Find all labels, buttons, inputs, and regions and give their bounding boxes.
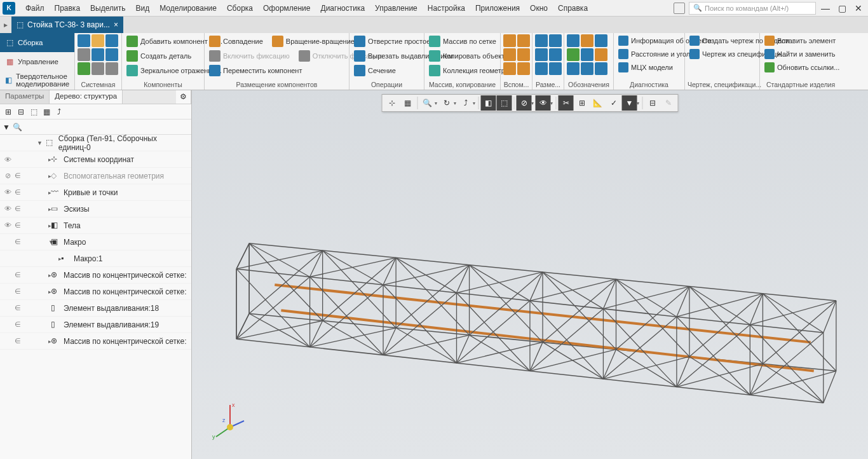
tree-item-macro[interactable]: ∈▼▣Макро (0, 234, 191, 250)
aux-icon[interactable] (503, 34, 516, 47)
move-component-button[interactable]: Переместить компонент (207, 64, 304, 78)
axis-gizmo[interactable]: x y z (211, 402, 249, 440)
note-icon[interactable] (581, 48, 593, 61)
menu-edit[interactable]: Правка (50, 2, 86, 15)
grid-array-button[interactable]: Массив по сетке (427, 34, 498, 48)
shade-icon[interactable]: ◧ (481, 95, 496, 111)
note-icon[interactable] (595, 48, 607, 61)
tree-item-macro1[interactable]: ▸▪Макро:1 (0, 250, 191, 267)
visibility-off-icon[interactable]: ⊘ (3, 172, 13, 180)
insert-element-button[interactable]: Вставить элемент (763, 34, 837, 47)
dim-icon[interactable] (535, 62, 548, 75)
note-icon[interactable] (581, 34, 593, 47)
find-replace-button[interactable]: Найти и заменить (763, 48, 837, 60)
zoom-fit-icon[interactable]: 🔍 (420, 95, 435, 111)
close-button[interactable]: ✕ (851, 1, 865, 15)
aux-icon[interactable] (517, 48, 530, 61)
view-grid-icon[interactable]: ▦ (400, 95, 416, 111)
3d-viewport[interactable]: ⊹ ▦ 🔍▾ ↻▾ ⤴▾ ◧ ⬚ ⊘▾ 👁▾ ✂ ⊞ 📐 ✓ ▼▾ ⊟ ✎ (192, 90, 868, 459)
tree-item-curves[interactable]: 👁∈▸〰Кривые и точки (0, 184, 191, 201)
new-icon[interactable] (78, 34, 90, 47)
panel-tab-params[interactable]: Параметры (0, 90, 50, 104)
dim-icon[interactable] (549, 48, 562, 61)
tree-view3-icon[interactable]: ⬚ (28, 106, 39, 118)
tree-search-input[interactable] (25, 123, 189, 131)
tree-view-icon[interactable]: ⊞ (3, 106, 14, 118)
print-icon[interactable] (78, 48, 90, 61)
measure-icon[interactable]: 📐 (590, 95, 606, 111)
tree-item-cs[interactable]: 👁▸⊹Системы координат (0, 151, 191, 168)
tree-grid-icon[interactable]: ▦ (41, 106, 52, 118)
orient-icon[interactable]: ↻ (439, 95, 454, 111)
distance-button[interactable]: Расстояние и угол (616, 48, 692, 60)
panel-tab-tree[interactable]: Дерево: структура (50, 90, 123, 104)
tab-close-icon[interactable]: × (114, 20, 118, 29)
coincide-button[interactable]: Совпадение (207, 34, 265, 48)
redo-icon[interactable] (105, 48, 118, 61)
document-tab[interactable]: ⬚ Стойка ТС-38- 3 вари... × (11, 17, 123, 33)
menu-annotation[interactable]: Оформление (258, 2, 315, 15)
tree-item-array2[interactable]: ∈▸⊛Массив по концентрической сетке: (0, 284, 191, 300)
section-view-icon[interactable]: ✂ (559, 95, 574, 111)
menu-diagnostics[interactable]: Диагностика (316, 2, 370, 15)
ribbon-tab-manage[interactable]: ▦Управление (0, 52, 74, 71)
note-icon[interactable] (567, 34, 580, 47)
note-icon[interactable] (567, 62, 580, 75)
tree-root[interactable]: ▼ ⬚ Сборка (Тел-91, Сборочных единиц-0 (0, 135, 191, 151)
open-icon[interactable] (92, 34, 104, 47)
tree-item-aux[interactable]: ⊘∈▸◇Вспомогательная геометрия (0, 168, 191, 184)
hide-icon[interactable]: ⊘ (517, 95, 532, 111)
dim-icon[interactable] (549, 62, 562, 75)
command-search[interactable]: 🔍Поиск по командам (Alt+/) (689, 2, 816, 15)
sys-icon[interactable] (105, 62, 118, 75)
ribbon-tab-solid[interactable]: ◧Твердотельное моделирование (0, 71, 74, 90)
tree-item-extrude1[interactable]: ∈▯Элемент выдавливания:18 (0, 300, 191, 317)
windows-icon[interactable] (674, 3, 685, 14)
ribbon-tab-assembly[interactable]: ⬚Сборка (0, 33, 74, 52)
maximize-button[interactable]: ▢ (835, 1, 849, 15)
copy-objects-button[interactable]: Копировать объекты (427, 49, 512, 63)
wireframe-icon[interactable]: ⬚ (497, 95, 512, 111)
visibility-icon[interactable]: 👁 (3, 221, 13, 230)
tree-item-array3[interactable]: ∈▸⊛Массив по концентрической сетке: (0, 333, 191, 350)
filter-view-icon[interactable]: ▼ (622, 95, 637, 111)
menu-file[interactable]: Файл (20, 2, 50, 15)
menu-apps[interactable]: Приложения (470, 2, 525, 15)
menu-manage[interactable]: Управление (370, 2, 423, 15)
hole-button[interactable]: Отверстие простое (352, 34, 432, 48)
note-icon[interactable] (581, 62, 593, 75)
visibility-icon[interactable]: 👁 (3, 205, 13, 213)
show-icon[interactable]: 👁 (536, 95, 551, 111)
aux-icon[interactable] (517, 62, 530, 75)
menu-help[interactable]: Справка (553, 2, 593, 15)
menu-view[interactable]: Вид (130, 2, 154, 15)
dim-icon[interactable] (535, 34, 548, 47)
explode-icon[interactable]: ⊞ (574, 95, 590, 111)
tab-list-icon[interactable]: ▸ (0, 19, 11, 31)
visibility-icon[interactable]: 👁 (3, 156, 13, 163)
tree-item-extrude2[interactable]: ∈▯Элемент выдавливания:19 (0, 317, 191, 333)
menu-select[interactable]: Выделить (85, 2, 130, 15)
props-icon[interactable] (92, 62, 104, 75)
menu-assembly[interactable]: Сборка (222, 2, 258, 15)
enable-fix-button[interactable]: Включить фиксацию (207, 49, 292, 63)
collapse-icon[interactable]: ▼ (37, 140, 43, 146)
tree-item-bodies[interactable]: 👁∈▸◧Тела (0, 217, 191, 234)
create-part-button[interactable]: Создать деталь (125, 49, 193, 63)
check-icon[interactable]: ✓ (606, 95, 621, 111)
note-icon[interactable] (567, 48, 580, 61)
orient2-icon[interactable]: ⤴ (458, 95, 473, 111)
tree-view2-icon[interactable]: ⊟ (15, 106, 27, 118)
section-button[interactable]: Сечение (352, 64, 398, 78)
copy-props-icon[interactable] (78, 62, 90, 75)
aux-icon[interactable] (503, 48, 516, 61)
note-icon[interactable] (595, 62, 607, 75)
minimize-button[interactable]: — (818, 1, 832, 15)
menu-settings[interactable]: Настройка (423, 2, 470, 15)
save-icon[interactable] (105, 34, 118, 47)
visibility-icon[interactable]: 👁 (3, 188, 13, 196)
note-icon[interactable] (595, 34, 607, 47)
aux-icon[interactable] (503, 62, 516, 75)
panel-settings-icon[interactable]: ⚙ (176, 90, 191, 104)
undo-icon[interactable] (92, 48, 104, 61)
